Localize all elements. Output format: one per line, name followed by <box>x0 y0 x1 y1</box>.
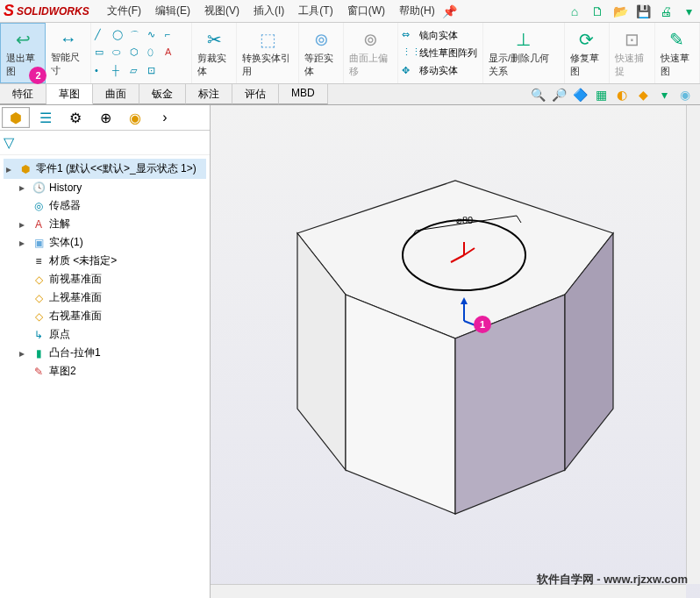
feature-manager-panel: ⬢ ☰ ⚙ ⊕ ◉ › ▽ ▸ ⬢ 零件1 (默认<<默认>_显示状态 1>) … <box>0 105 211 598</box>
tree-right-plane[interactable]: ◇ 右视基准面 <box>4 307 206 325</box>
tree-root[interactable]: ▸ ⬢ 零件1 (默认<<默认>_显示状态 1>) <box>4 159 206 179</box>
pattern-label[interactable]: 线性草图阵列 <box>419 46 477 60</box>
graphics-viewport[interactable]: ⌀80 1 软件自学网 - www.rjzxw.com <box>211 105 700 598</box>
display-del-label: 显示/删除几何关系 <box>489 52 559 78</box>
expand-icon[interactable]: ▸ <box>19 237 28 249</box>
new-doc-icon[interactable]: 🗋 <box>589 4 605 19</box>
pattern-icon[interactable]: ⋮⋮ <box>402 46 414 59</box>
dimension-label[interactable]: ⌀80 <box>456 215 473 226</box>
tab-surface[interactable]: 曲面 <box>93 84 139 104</box>
tree-origin[interactable]: ↳ 原点 <box>4 325 206 344</box>
menu-help[interactable]: 帮助(H) <box>392 4 442 18</box>
convert-entities-button[interactable]: ⬚ 转换实体引用 <box>237 23 299 83</box>
more-icon[interactable]: ▾ <box>681 4 696 19</box>
tree-top-plane[interactable]: ◇ 上视基准面 <box>4 288 206 307</box>
menu-file[interactable]: 文件(F) <box>100 4 148 18</box>
feature-tree: ▸ ⬢ 零件1 (默认<<默认>_显示状态 1>) ▸ 🕓 History ◎ … <box>0 155 210 598</box>
tree-annotations[interactable]: ▸ A 注解 <box>4 215 206 233</box>
config-manager-tab[interactable]: ⚙ <box>61 107 89 128</box>
scene-icon[interactable]: ◆ <box>635 87 651 103</box>
circle-icon[interactable]: ◯ <box>112 29 125 41</box>
dimxpert-tab[interactable]: ⊕ <box>91 107 119 128</box>
tree-solid-bodies[interactable]: ▸ ▣ 实体(1) <box>4 233 206 252</box>
expand-icon[interactable]: ▸ <box>6 163 15 175</box>
property-manager-tab[interactable]: ☰ <box>32 107 60 128</box>
display-manager-tab[interactable]: ◉ <box>121 107 149 128</box>
menu-window[interactable]: 窗口(W) <box>340 4 392 18</box>
offset-entities-button[interactable]: ⊚ 等距实体 <box>299 23 344 83</box>
polygon-icon[interactable]: ⬡ <box>130 46 142 59</box>
spline-icon[interactable]: ∿ <box>147 29 160 41</box>
tab-sketch[interactable]: 草图 <box>46 84 93 104</box>
display-delete-relations-button[interactable]: ⊥ 显示/删除几何关系 <box>483 23 565 83</box>
tab-annot[interactable]: 标注 <box>186 84 232 104</box>
tree-sketch2[interactable]: ✎ 草图2 <box>4 362 206 381</box>
vertical-scrollbar[interactable] <box>686 105 700 584</box>
tree-sensors[interactable]: ◎ 传感器 <box>4 196 206 215</box>
fillet-icon[interactable]: ⌐ <box>165 29 177 41</box>
watermark-text: 软件自学网 - www.rjzxw.com <box>537 572 688 587</box>
slot-icon[interactable]: ⬭ <box>112 46 125 59</box>
tab-mbd[interactable]: MBD <box>279 84 328 104</box>
zoom-area-icon[interactable]: 🔎 <box>551 87 567 103</box>
menu-tools[interactable]: 工具(T) <box>291 4 339 18</box>
convert-icon: ⬚ <box>260 29 276 50</box>
tab-evaluate[interactable]: 评估 <box>232 84 279 104</box>
home-icon[interactable]: ⌂ <box>567 4 582 19</box>
origin-label: 原点 <box>49 327 70 342</box>
tree-history[interactable]: ▸ 🕓 History <box>4 179 206 196</box>
menu-insert[interactable]: 插入(I) <box>246 4 291 18</box>
ribbon: ↩ 退出草图 2 ↔ 智能尺寸 ╱ ◯ ⌒ ∿ ⌐ ▭ ⬭ ⬡ ⬯ A • ┼ … <box>0 23 700 84</box>
extrude1-label: 凸台-拉伸1 <box>49 345 101 360</box>
appearance-icon[interactable]: ◉ <box>677 87 693 103</box>
mirror-icon[interactable]: ⇔ <box>402 29 414 41</box>
repair-sketch-button[interactable]: ⟳ 修复草图 <box>565 23 610 83</box>
text-icon[interactable]: A <box>165 46 177 59</box>
line-icon[interactable]: ╱ <box>95 29 107 41</box>
menu-edit[interactable]: 编辑(E) <box>148 4 197 18</box>
tab-sheetmetal[interactable]: 钣金 <box>139 84 186 104</box>
exit-sketch-button[interactable]: ↩ 退出草图 2 <box>0 23 46 83</box>
menu-view[interactable]: 视图(V) <box>197 4 246 18</box>
pin-icon[interactable]: 📌 <box>442 4 458 19</box>
tree-filter[interactable]: ▽ <box>0 131 210 155</box>
part-icon: ⬢ <box>18 162 32 176</box>
sketch-icon: ✎ <box>32 365 46 379</box>
print-icon[interactable]: 🖨 <box>658 4 674 19</box>
ellipse-icon[interactable]: ⬯ <box>147 46 160 59</box>
smart-dimension-button[interactable]: ↔ 智能尺寸 <box>46 23 90 83</box>
expand-icon[interactable]: ▸ <box>19 347 28 360</box>
move-label[interactable]: 移动实体 <box>419 64 458 77</box>
point-icon[interactable]: • <box>95 65 107 77</box>
plane-icon[interactable]: ▱ <box>130 65 142 77</box>
expand-icon[interactable]: ▸ <box>19 218 28 231</box>
open-icon[interactable]: 📂 <box>612 4 628 19</box>
move-icon[interactable]: ✥ <box>402 65 414 77</box>
view-orientation-icon[interactable]: 🔷 <box>572 87 588 103</box>
display-style-icon[interactable]: ▦ <box>593 87 609 103</box>
save-icon[interactable]: 💾 <box>635 4 651 19</box>
rapid-sketch-button[interactable]: ✎ 快速草图 <box>655 23 700 83</box>
section-view-icon[interactable]: ◐ <box>614 87 630 103</box>
tab-feature[interactable]: 特征 <box>0 84 46 104</box>
overflow-tab[interactable]: › <box>151 107 179 128</box>
hide-show-icon[interactable]: ▾ <box>656 87 672 103</box>
construction-icon[interactable]: ⊡ <box>147 65 160 77</box>
arc-icon[interactable]: ⌒ <box>130 29 142 41</box>
hexagonal-prism-model[interactable] <box>280 167 631 536</box>
tree-material[interactable]: ≡ 材质 <未指定> <box>4 252 206 270</box>
expand-icon[interactable]: ▸ <box>19 182 28 194</box>
manager-tabs: ⬢ ☰ ⚙ ⊕ ◉ › <box>0 105 210 131</box>
mirror-label[interactable]: 镜向实体 <box>419 29 458 42</box>
trim-button[interactable]: ✂ 剪裁实体 <box>192 23 237 83</box>
tree-extrude1[interactable]: ▸ ▮ 凸台-拉伸1 <box>4 344 206 362</box>
tree-front-plane[interactable]: ◇ 前视基准面 <box>4 270 206 288</box>
zoom-fit-icon[interactable]: 🔍 <box>530 87 546 103</box>
repair-icon: ⟳ <box>579 29 594 50</box>
rectangle-icon[interactable]: ▭ <box>95 46 107 59</box>
dimension-icon: ↔ <box>60 29 77 49</box>
centerline-icon[interactable]: ┼ <box>112 65 125 77</box>
history-icon: 🕓 <box>32 181 46 195</box>
feature-manager-tab[interactable]: ⬢ <box>2 107 30 128</box>
top-label: 上视基准面 <box>49 290 102 305</box>
